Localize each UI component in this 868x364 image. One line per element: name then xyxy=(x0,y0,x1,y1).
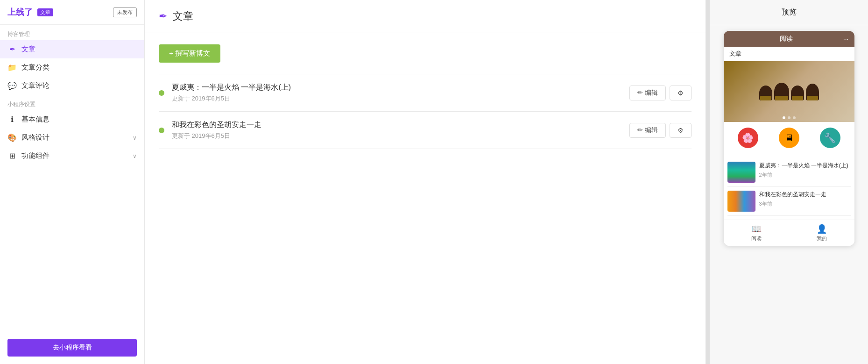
phone-article-item[interactable]: 夏威夷：一半是火焰 一半是海水(上) 2年前 xyxy=(727,158,851,187)
muffin-1 xyxy=(759,86,772,100)
sidebar-item-components[interactable]: ⊞ 功能组件 ∨ xyxy=(0,147,144,165)
phone-preview: 阅读 ··· 文章 xyxy=(724,31,854,246)
phone-article-date: 3年前 xyxy=(759,200,851,207)
status-dot xyxy=(159,90,164,96)
phone-tab-label[interactable]: 文章 xyxy=(729,50,741,57)
edit-button[interactable]: ✏ 编辑 xyxy=(629,123,666,138)
phone-nav-read[interactable]: 📖 阅读 xyxy=(724,220,789,246)
phone-article-title: 和我在彩色的圣胡安走一走 xyxy=(759,191,851,199)
profile-icon: 👤 xyxy=(817,224,827,234)
main-content: ✒ 文章 + 撰写新博文 夏威夷：一半是火焰 一半是海水(上) 更新于 2019… xyxy=(145,0,706,364)
muffin-3 xyxy=(791,86,804,100)
sidebar-logo: 上线了 xyxy=(7,7,33,18)
article-date: 更新于 2019年6月5日 xyxy=(172,132,622,140)
phone-article-list: 夏威夷：一半是火焰 一半是海水(上) 2年前 和我在彩色的圣胡安走一走 3年前 xyxy=(724,154,854,220)
add-article-button[interactable]: + 撰写新博文 xyxy=(159,44,220,63)
article-icon: ✒ xyxy=(7,45,17,54)
phone-article-title: 夏威夷：一半是火焰 一半是海水(上) xyxy=(759,162,851,170)
sidebar-item-comments[interactable]: 💬 文章评论 xyxy=(0,77,144,95)
main-body: + 撰写新博文 夏威夷：一半是火焰 一半是海水(上) 更新于 2019年6月5日… xyxy=(145,33,706,364)
read-icon: 📖 xyxy=(751,224,762,234)
phone-article-date: 2年前 xyxy=(759,171,851,178)
sidebar-item-categories[interactable]: 📁 文章分类 xyxy=(0,58,144,77)
page-title: 文章 xyxy=(173,9,193,23)
main-title-icon: ✒ xyxy=(159,10,167,22)
phone-tab-bar: 文章 xyxy=(724,47,854,61)
main-header: ✒ 文章 xyxy=(145,0,706,33)
article-date: 更新于 2019年6月5日 xyxy=(172,94,622,103)
sidebar-item-label: 文章评论 xyxy=(21,81,137,90)
screen-icon: 🖥 xyxy=(784,133,794,143)
phone-nav-mine[interactable]: 👤 我的 xyxy=(789,220,854,246)
phone-top-bar: 阅读 ··· xyxy=(724,31,854,47)
tools-icon: 🔧 xyxy=(824,132,836,143)
phone-article-info: 夏威夷：一半是火焰 一半是海水(上) 2年前 xyxy=(759,162,851,183)
phone-icon-item[interactable]: 🖥 xyxy=(779,128,799,148)
chevron-down-icon: ∨ xyxy=(133,153,137,159)
view-miniapp-button[interactable]: 去小程序看看 xyxy=(7,339,137,357)
table-row: 和我在彩色的圣胡安走一走 更新于 2019年6月5日 ✏ 编辑 ⚙ xyxy=(159,112,692,149)
muffin-illustration xyxy=(759,83,819,100)
phone-top-bar-title: 阅读 xyxy=(729,35,843,43)
hero-carousel-dots xyxy=(783,116,796,119)
sidebar-item-basic-info[interactable]: ℹ 基本信息 xyxy=(0,110,144,128)
article-info: 和我在彩色的圣胡安走一走 更新于 2019年6月5日 xyxy=(172,120,622,140)
palette-icon: 🎨 xyxy=(7,133,17,142)
phone-nav-read-label: 阅读 xyxy=(751,235,762,242)
preview-header: 预览 xyxy=(710,0,868,25)
phone-icons-row: 🌸 🖥 🔧 xyxy=(724,122,854,154)
muffin-2 xyxy=(774,83,789,100)
hawaii-thumbnail xyxy=(727,162,755,183)
sidebar-logo-badge: 文章 xyxy=(37,8,53,16)
phone-article-thumb-2 xyxy=(727,191,755,212)
edit-button[interactable]: ✏ 编辑 xyxy=(629,86,666,100)
sidebar-item-label: 风格设计 xyxy=(21,133,128,142)
sidebar-item-label: 功能组件 xyxy=(21,151,128,160)
status-dot xyxy=(159,128,164,133)
article-list: 夏威夷：一半是火焰 一半是海水(上) 更新于 2019年6月5日 ✏ 编辑 ⚙ … xyxy=(159,74,692,149)
sidebar-item-label: 文章分类 xyxy=(21,63,137,72)
phone-menu-dots[interactable]: ··· xyxy=(843,35,849,43)
phone-nav-mine-label: 我的 xyxy=(817,235,827,242)
hero-dot-1[interactable] xyxy=(783,116,785,119)
sidebar-bottom: 去小程序看看 xyxy=(0,331,144,364)
flower-icon: 🌸 xyxy=(742,132,754,143)
phone-icon-item[interactable]: 🔧 xyxy=(820,128,840,148)
phone-article-thumb-1 xyxy=(727,162,755,183)
preview-panel: 预览 阅读 ··· 文章 xyxy=(709,0,868,364)
sidebar-item-label: 基本信息 xyxy=(21,115,137,124)
phone-article-info: 和我在彩色的圣胡安走一走 3年前 xyxy=(759,191,851,212)
info-icon: ℹ xyxy=(7,115,17,124)
sidebar-section-blog: 博客管理 xyxy=(0,25,144,40)
colorful-thumbnail xyxy=(727,191,755,212)
screen-icon-circle: 🖥 xyxy=(779,128,799,148)
phone-hero-image xyxy=(724,61,854,122)
grid-icon: ⊞ xyxy=(7,151,17,160)
settings-button[interactable]: ⚙ xyxy=(670,86,692,100)
panel-divider xyxy=(706,0,709,364)
article-actions: ✏ 编辑 ⚙ xyxy=(629,123,692,138)
article-title: 夏威夷：一半是火焰 一半是海水(上) xyxy=(172,83,622,93)
folder-icon: 📁 xyxy=(7,63,17,72)
sidebar-header: 上线了 文章 未发布 xyxy=(0,0,144,25)
sidebar-section-miniapp: 小程序设置 xyxy=(0,95,144,110)
hero-overlay xyxy=(724,61,854,122)
table-row: 夏威夷：一半是火焰 一半是海水(上) 更新于 2019年6月5日 ✏ 编辑 ⚙ xyxy=(159,74,692,112)
muffin-4 xyxy=(806,84,819,100)
phone-icon-item[interactable]: 🌸 xyxy=(738,128,758,148)
phone-article-item[interactable]: 和我在彩色的圣胡安走一走 3年前 xyxy=(727,187,851,216)
sidebar-item-label: 文章 xyxy=(21,45,137,54)
hero-dot-2[interactable] xyxy=(788,116,790,119)
flower-icon-circle: 🌸 xyxy=(738,128,758,148)
sidebar-status-badge: 未发布 xyxy=(113,7,137,17)
hero-dot-3[interactable] xyxy=(793,116,796,119)
chevron-down-icon: ∨ xyxy=(133,135,137,141)
phone-bottom-nav: 📖 阅读 👤 我的 xyxy=(724,220,854,246)
settings-button[interactable]: ⚙ xyxy=(670,123,692,138)
tools-icon-circle: 🔧 xyxy=(820,128,840,148)
sidebar-item-style-design[interactable]: 🎨 风格设计 ∨ xyxy=(0,128,144,147)
article-info: 夏威夷：一半是火焰 一半是海水(上) 更新于 2019年6月5日 xyxy=(172,83,622,103)
sidebar-item-articles[interactable]: ✒ 文章 xyxy=(0,40,144,58)
article-actions: ✏ 编辑 ⚙ xyxy=(629,86,692,100)
article-title: 和我在彩色的圣胡安走一走 xyxy=(172,120,622,130)
